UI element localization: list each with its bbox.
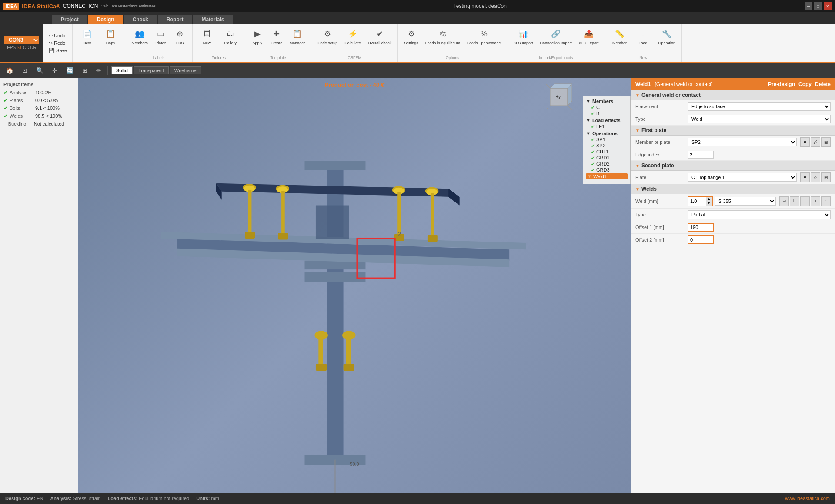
plate-arrow-btn[interactable]: ▼ bbox=[800, 172, 810, 182]
new-button[interactable]: 📄 New bbox=[76, 26, 98, 47]
save-button[interactable]: 💾 Save bbox=[47, 47, 69, 54]
calculate-button[interactable]: ⚡ Calculate bbox=[342, 26, 364, 47]
maximize-button[interactable]: □ bbox=[814, 2, 822, 10]
weld-type-select[interactable]: Partial Full bbox=[688, 210, 831, 219]
weld-material-select[interactable]: S 355 S 275 S 235 bbox=[715, 197, 776, 206]
create-button[interactable]: ✚ Create bbox=[268, 26, 285, 47]
xls-import-button[interactable]: 📊 XLS Import bbox=[511, 26, 535, 47]
loads-percentage-button[interactable]: % Loads - percentage bbox=[464, 26, 504, 47]
operations-header[interactable]: ▼ Operations bbox=[586, 131, 628, 136]
tab-report[interactable]: Report bbox=[158, 15, 192, 24]
settings-button[interactable]: ⚙ Settings bbox=[401, 26, 421, 47]
tab-materials[interactable]: Materials bbox=[193, 15, 233, 24]
member-plate-copy-btn[interactable]: ⊞ bbox=[821, 137, 831, 147]
home-view-button[interactable]: 🏠 bbox=[3, 65, 16, 76]
member-plate-select[interactable]: SP2 bbox=[688, 138, 797, 146]
connection-import-button[interactable]: 🔗 Connection Import bbox=[537, 26, 574, 47]
manager-button[interactable]: 📋 Manager bbox=[287, 26, 308, 47]
offset1-input[interactable] bbox=[688, 223, 714, 232]
second-plate-section-header[interactable]: ▼ Second plate bbox=[631, 161, 835, 171]
weld-size-up[interactable]: ▲ bbox=[706, 197, 712, 201]
new-picture-button[interactable]: 🖼 New bbox=[196, 26, 218, 47]
weld-type-5-btn[interactable]: ↕ bbox=[821, 196, 831, 206]
sp1-item[interactable]: ✔ SP1 bbox=[586, 137, 628, 142]
member-b-item[interactable]: ✔ B bbox=[586, 111, 628, 116]
gallery-button[interactable]: 🗂 Gallery bbox=[220, 26, 241, 47]
members-header[interactable]: ▼ Members bbox=[586, 99, 628, 104]
draw-button[interactable]: ✏ bbox=[94, 65, 104, 76]
weld-type-3-btn[interactable]: ⊥ bbox=[800, 196, 810, 206]
sp2-item[interactable]: ✔ SP2 bbox=[586, 143, 628, 148]
weld-type-value: Partial Full bbox=[683, 209, 835, 221]
pan-button[interactable]: ✛ bbox=[50, 65, 60, 76]
members-button[interactable]: 👥 Members bbox=[129, 26, 150, 47]
tab-design[interactable]: Design bbox=[88, 15, 123, 24]
zoom-extents-button[interactable]: ⊡ bbox=[20, 65, 30, 76]
transparent-view-button[interactable]: Transparent bbox=[134, 66, 169, 74]
load-effects-header[interactable]: ▼ Load effects bbox=[586, 118, 628, 123]
new-operation-button[interactable]: 🔧 Operation bbox=[656, 26, 678, 47]
xls-export-button[interactable]: 📤 XLS Export bbox=[576, 26, 601, 47]
xls-import-label: XLS Import bbox=[513, 41, 533, 45]
apply-button[interactable]: ▶ Apply bbox=[249, 26, 266, 47]
wireframe-view-button[interactable]: Wireframe bbox=[170, 66, 201, 74]
weld1-item[interactable]: ☑ Weld1 bbox=[586, 173, 628, 179]
member-plate-arrow-btn[interactable]: ▼ bbox=[800, 137, 810, 147]
code-setup-button[interactable]: ⚙ Code setup bbox=[315, 26, 340, 47]
weld-type-4-btn[interactable]: ⊤ bbox=[811, 196, 820, 206]
le1-item[interactable]: ✔ LE1 bbox=[586, 124, 628, 129]
tag-cd[interactable]: CD bbox=[23, 45, 29, 50]
grd1-item[interactable]: ✔ GRD1 bbox=[586, 155, 628, 160]
offset2-input[interactable] bbox=[688, 235, 714, 244]
type-general-select[interactable]: Weld Contact bbox=[688, 115, 831, 123]
plate-pick-btn[interactable]: 🖊 bbox=[811, 172, 820, 182]
svg-rect-4 bbox=[305, 161, 366, 170]
new-load-button[interactable]: ↓ Load bbox=[632, 26, 654, 47]
minimize-button[interactable]: ─ bbox=[805, 2, 812, 10]
overall-check-button[interactable]: ✔ Overall check bbox=[365, 26, 394, 47]
tag-dr[interactable]: DR bbox=[30, 45, 36, 50]
lcs-button[interactable]: ⊕ LCS bbox=[171, 26, 189, 47]
copy-button[interactable]: 📋 Copy bbox=[100, 26, 121, 47]
weld-mm-row-content: ▲ ▼ S 355 S 275 S 235 ⊣ ⊢ ⊥ bbox=[688, 196, 831, 206]
placement-select[interactable]: Edge to surface On surface bbox=[688, 102, 831, 111]
solid-view-button[interactable]: Solid bbox=[111, 66, 133, 74]
undo-button[interactable]: ↩ Undo bbox=[47, 33, 69, 39]
tag-st[interactable]: ST bbox=[17, 45, 22, 50]
rotate-button[interactable]: 🔄 bbox=[63, 65, 76, 76]
plates-button[interactable]: ▭ Plates bbox=[152, 26, 170, 47]
zoom-button[interactable]: 🔍 bbox=[33, 65, 46, 76]
weld-type-2-btn[interactable]: ⊢ bbox=[790, 196, 799, 206]
tab-check[interactable]: Check bbox=[124, 15, 157, 24]
redo-button[interactable]: ↪ Redo bbox=[47, 40, 69, 46]
tag-eps[interactable]: EPS bbox=[7, 45, 16, 50]
viewport[interactable]: Production cost - 40 € bbox=[78, 78, 631, 493]
pre-design-button[interactable]: Pre-design bbox=[768, 81, 795, 87]
project-selector[interactable]: CON3 bbox=[4, 36, 39, 44]
member-plate-pick-btn[interactable]: 🖊 bbox=[811, 137, 820, 147]
grd2-item[interactable]: ✔ GRD2 bbox=[586, 161, 628, 166]
weld-type-1-btn[interactable]: ⊣ bbox=[779, 196, 789, 206]
plates-row-value: 0.0 < 5.0% bbox=[35, 98, 58, 103]
copy-weld-button[interactable]: Copy bbox=[798, 81, 812, 87]
welds-section-header[interactable]: ▼ Welds bbox=[631, 184, 835, 194]
fit-button[interactable]: ⊞ bbox=[80, 65, 90, 76]
plate-select[interactable]: C | Top flange 1 bbox=[688, 173, 797, 182]
plate-copy-btn[interactable]: ⊞ bbox=[821, 172, 831, 182]
weld-size-down[interactable]: ▼ bbox=[706, 201, 712, 206]
weld-size-input[interactable] bbox=[688, 198, 706, 205]
orientation-cube[interactable]: +y bbox=[544, 82, 574, 113]
general-weld-section-header[interactable]: ▼ General weld or contact bbox=[631, 90, 835, 100]
member-c-item[interactable]: ✔ C bbox=[586, 105, 628, 110]
new-member-button[interactable]: 📏 Member bbox=[609, 26, 631, 47]
cut1-item[interactable]: ✔ CUT1 bbox=[586, 149, 628, 154]
edge-index-input[interactable] bbox=[688, 151, 714, 159]
tab-project[interactable]: Project bbox=[52, 15, 87, 24]
ribbon-new-items-group: 📏 Member ↓ Load 🔧 Operation New bbox=[605, 24, 682, 62]
website-link[interactable]: www.ideastatica.com bbox=[785, 496, 830, 501]
grd3-item[interactable]: ✔ GRD3 bbox=[586, 167, 628, 172]
delete-weld-button[interactable]: Delete bbox=[815, 81, 831, 87]
loads-equilibrium-button[interactable]: ⚖ Loads in equilibrium bbox=[423, 26, 463, 47]
close-button[interactable]: ✕ bbox=[824, 2, 832, 10]
first-plate-section-header[interactable]: ▼ First plate bbox=[631, 126, 835, 136]
